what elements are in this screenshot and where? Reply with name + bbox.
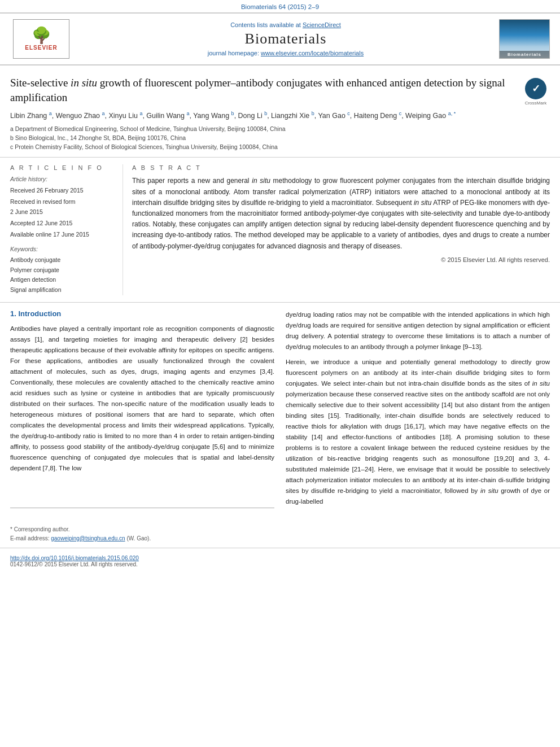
affiliation-b: b Sino Biological, Inc., 14 Zhonghe St, …	[10, 134, 516, 143]
body-left-column: 1. Introduction Antibodies have played a…	[10, 309, 274, 543]
sciencedirect-line: Contents lists available at ScienceDirec…	[78, 21, 493, 28]
intro-section-title: Introduction	[18, 309, 61, 318]
footer-section: http://dx.doi.org/10.1016/j.biomaterials…	[0, 548, 560, 572]
sciencedirect-link[interactable]: ScienceDirect	[303, 21, 341, 28]
elsevier-logo: 🌳 ELSEVIER	[10, 19, 72, 59]
email-link[interactable]: gaoweiping@tsinghua.edu.cn	[51, 535, 125, 541]
intro-paragraph-1: Antibodies have played a centrally impor…	[10, 324, 274, 474]
keyword-4: Signal amplification	[10, 285, 115, 295]
history-revised: Received in revised form 2 June 2015	[10, 197, 115, 217]
footnote-corresponding: * Corresponding author.	[10, 525, 274, 534]
article-title-text: Site-selective in situ growth of fluores…	[10, 76, 516, 151]
affiliations: a Department of Biomedical Engineering, …	[10, 125, 516, 151]
article-info-column: A R T I C L E I N F O Article history: R…	[10, 164, 123, 295]
body-right-column: dye/drug loading ratios may not be compa…	[286, 309, 550, 543]
intro-paragraph-3: Herein, we introduce a unique and potent…	[286, 357, 550, 507]
article-info-heading: A R T I C L E I N F O	[10, 164, 115, 171]
footnote-email: E-mail address: gaoweiping@tsinghua.edu.…	[10, 534, 274, 543]
history-available: Available online 17 June 2015	[10, 230, 115, 240]
journal-header: 🌳 ELSEVIER Contents lists available at S…	[0, 12, 560, 65]
footer-copyright: 0142-9612/© 2015 Elsevier Ltd. All right…	[10, 561, 550, 567]
citation-text: Biomaterials 64 (2015) 2–9	[241, 3, 319, 10]
body-section: 1. Introduction Antibodies have played a…	[0, 303, 560, 543]
article-history-label: Article history:	[10, 176, 115, 182]
keyword-1: Antibody conjugate	[10, 255, 115, 265]
history-received: Received 26 February 2015	[10, 186, 115, 196]
abstract-text: This paper reports a new and general in …	[132, 176, 550, 251]
journal-center: Contents lists available at ScienceDirec…	[78, 21, 493, 56]
copyright-line: © 2015 Elsevier Ltd. All rights reserved…	[132, 256, 550, 263]
elsevier-label: ELSEVIER	[25, 45, 57, 51]
history-accepted: Accepted 12 June 2015	[10, 219, 115, 229]
cover-label: Biomaterials	[500, 51, 549, 58]
keyword-3: Antigen detection	[10, 275, 115, 285]
abstract-column: A B S T R A C T This paper reports a new…	[132, 164, 550, 295]
journal-homepage: journal homepage: www.elsevier.com/locat…	[78, 50, 493, 56]
homepage-url[interactable]: www.elsevier.com/locate/biomaterials	[261, 50, 364, 56]
crossmark-icon: ✓	[525, 78, 546, 99]
history-table: Received 26 February 2015 Received in re…	[10, 186, 115, 239]
intro-paragraph-2: dye/drug loading ratios may not be compa…	[286, 309, 550, 352]
article-title: Site-selective in situ growth of fluores…	[10, 76, 516, 104]
abstract-heading: A B S T R A C T	[132, 164, 550, 171]
keyword-2: Polymer conjugate	[10, 265, 115, 276]
authors-line: Libin Zhang a, Wenguo Zhao a, Xinyu Liu …	[10, 110, 516, 121]
tree-icon: 🌳	[32, 28, 51, 43]
doi-line: http://dx.doi.org/10.1016/j.biomaterials…	[10, 555, 550, 561]
intro-section-number: 1.	[10, 309, 18, 318]
affiliation-a: a Department of Biomedical Engineering, …	[10, 125, 516, 134]
affiliation-c: c Protein Chemistry Facility, School of …	[10, 143, 516, 152]
citation-bar: Biomaterials 64 (2015) 2–9	[0, 0, 560, 12]
crossmark-label: CrossMark	[525, 101, 547, 106]
journal-name: Biomaterials	[78, 30, 493, 47]
article-title-section: Site-selective in situ growth of fluores…	[0, 65, 560, 158]
doi-link[interactable]: http://dx.doi.org/10.1016/j.biomaterials…	[10, 555, 139, 561]
crossmark-logo: ✓ CrossMark	[522, 78, 550, 106]
article-info-abstract: A R T I C L E I N F O Article history: R…	[0, 158, 560, 303]
keywords-label: Keywords:	[10, 246, 115, 252]
journal-cover-image: Biomaterials	[499, 19, 550, 59]
